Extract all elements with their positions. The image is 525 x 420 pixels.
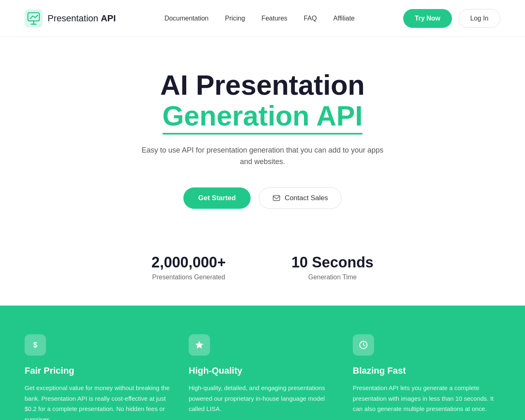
dollar-icon: $ [25,334,46,356]
high-quality-desc: High-quality, detailed, and engaging pre… [189,383,336,414]
svg-rect-4 [273,196,280,201]
nav-documentation[interactable]: Documentation [164,15,209,22]
blazing-fast-desc: Presentation API lets you generate a com… [353,383,500,414]
stats-section: 2,000,000+ Presentations Generated 10 Se… [0,233,525,306]
stat-presentations-number: 2,000,000+ [151,254,226,271]
nav-features[interactable]: Features [261,15,287,22]
mail-icon [272,194,281,202]
hero-title-line2: Generation API [162,100,363,131]
nav-pricing[interactable]: Pricing [225,15,245,22]
hero-title: AI Presentation Generation API [16,70,509,131]
stat-generation-time: 10 Seconds Generation Time [292,254,374,281]
clock-icon [353,334,374,356]
get-started-button[interactable]: Get Started [183,187,251,209]
features-section: $ Fair Pricing Get exceptional value for… [0,306,525,420]
try-now-button[interactable]: Try Now [403,9,452,28]
contact-sales-button[interactable]: Contact Sales [259,187,342,209]
fair-pricing-desc: Get exceptional value for money without … [25,383,172,420]
logo-text: Presentation API [48,13,116,24]
high-quality-title: High-Quality [189,365,336,376]
hero-subtitle: Easy to use API for presentation generat… [139,144,386,168]
hero-title-line1: AI Presentation [16,70,509,100]
nav-faq[interactable]: FAQ [304,15,317,22]
hero-buttons: Get Started Contact Sales [16,187,509,209]
stat-generation-number: 10 Seconds [292,254,374,271]
hero-section: AI Presentation Generation API Easy to u… [0,37,525,233]
feature-high-quality: High-Quality High-quality, detailed, and… [189,334,336,420]
svg-rect-0 [25,9,43,27]
stat-presentations: 2,000,000+ Presentations Generated [151,254,226,281]
feature-blazing-fast: Blazing Fast Presentation API lets you g… [353,334,500,420]
star-icon [189,334,210,356]
stat-presentations-label: Presentations Generated [151,274,226,281]
nav-affiliate[interactable]: Affiliate [333,15,355,22]
logo-link[interactable]: Presentation API [25,9,116,27]
login-button[interactable]: Log In [459,9,500,28]
svg-line-9 [363,345,365,346]
blazing-fast-title: Blazing Fast [353,365,500,376]
stat-generation-label: Generation Time [292,274,374,281]
header-actions: Try Now Log In [403,9,500,28]
logo-icon [25,9,43,27]
svg-text:$: $ [33,341,37,349]
feature-fair-pricing: $ Fair Pricing Get exceptional value for… [25,334,172,420]
fair-pricing-title: Fair Pricing [25,365,172,376]
main-nav: Documentation Pricing Features FAQ Affil… [164,15,355,22]
svg-marker-6 [195,341,203,349]
